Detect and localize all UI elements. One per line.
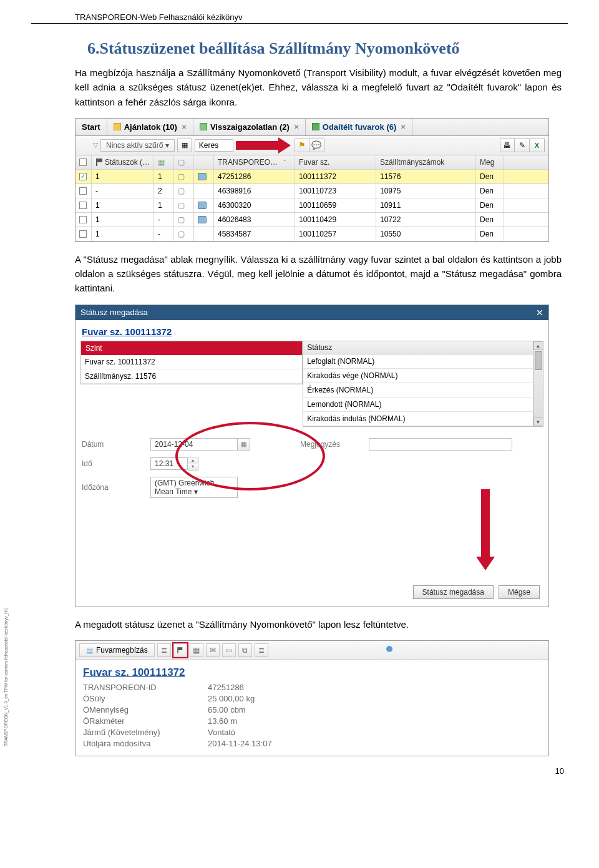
list-icon[interactable]: ≣ xyxy=(157,643,171,657)
toolbar-action-icon[interactable]: ▦ xyxy=(177,139,192,152)
close-icon[interactable]: ✕ xyxy=(294,124,299,130)
tab-ajanlatok-label: Ajánlatok (10) xyxy=(124,122,177,132)
calendar-icon[interactable]: ▦ xyxy=(238,438,250,451)
grid-view-icon[interactable]: ▦ xyxy=(190,643,203,657)
close-icon[interactable]: ✕ xyxy=(401,124,406,130)
cancel-button[interactable]: Mégse xyxy=(499,585,540,599)
status-row[interactable]: Érkezés (NORMAL) xyxy=(303,383,543,397)
time-spinner[interactable]: ▴▾ xyxy=(188,457,198,471)
tab-start[interactable]: Start xyxy=(75,119,107,135)
table-row[interactable]: -2▢4639891610011072310975Den xyxy=(75,184,548,198)
detail-key: Utoljára módosítva xyxy=(83,739,208,748)
tz-select[interactable]: (GMT) Greenwich Mean Time ▾ xyxy=(150,477,238,498)
view-tab-label: Fuvarmegbízás xyxy=(96,646,148,655)
paragraph-1: Ha megbízója használja a Szállítmány Nyo… xyxy=(31,66,568,109)
detail-key: ÖRakméter xyxy=(83,716,208,726)
detail-key: ÖMennyiség xyxy=(83,705,208,714)
view-tab-fuvarmegbizas[interactable]: ▤ Fuvarmegbízás xyxy=(79,643,155,657)
cell-transporeon: 47251286 xyxy=(214,170,295,183)
cell-print xyxy=(194,184,214,198)
cell-c2: - xyxy=(154,213,174,227)
tab-start-label: Start xyxy=(82,122,100,132)
scrollbar[interactable]: ▴ ▾ xyxy=(533,341,543,426)
cell-status: 1 xyxy=(92,170,154,183)
date-label: Dátum xyxy=(82,440,150,449)
toolbar: ▽ Nincs aktív szűrő ▾ ▦ Keres ⚑ 💬 🖶 ✎ X xyxy=(75,136,548,155)
excel-icon[interactable]: X xyxy=(530,139,545,152)
detail-value: 25 000,00 kg xyxy=(208,694,370,703)
print-icon[interactable]: 🖶 xyxy=(500,139,515,152)
status-row[interactable]: Lemondott (NORMAL) xyxy=(303,397,543,412)
mail-icon[interactable]: ✉ xyxy=(206,643,220,657)
scroll-up-icon[interactable]: ▴ xyxy=(533,341,543,350)
unconfirmed-icon xyxy=(200,123,207,130)
search-input[interactable]: Keres xyxy=(195,139,233,152)
submit-status-button[interactable]: Státusz megadása xyxy=(413,585,494,599)
cell-status: - xyxy=(92,184,154,198)
date-input[interactable]: 2014-12-04 xyxy=(150,438,238,451)
row-checkbox[interactable] xyxy=(79,216,87,223)
copy-icon[interactable]: ⧉ xyxy=(238,643,252,657)
scroll-down-icon[interactable]: ▾ xyxy=(533,417,543,426)
cell-print xyxy=(194,198,214,212)
row-checkbox[interactable] xyxy=(79,187,87,195)
status-row[interactable]: Kirakodás indulás (NORMAL) xyxy=(303,412,543,426)
cell-transporeon: 46398916 xyxy=(214,184,295,198)
row-checkbox[interactable] xyxy=(79,202,87,209)
assigned-icon xyxy=(312,123,319,130)
flag-view-icon[interactable] xyxy=(173,643,187,657)
table-row[interactable]: 11▢4725128610011137211576Den xyxy=(75,170,548,184)
dialog-title-text: Státusz megadása xyxy=(80,308,148,317)
printer-icon xyxy=(198,173,207,180)
time-label: Idő xyxy=(82,459,150,468)
section-heading: 6.Státuszüzenet beállítása Szállítmány N… xyxy=(31,39,568,58)
tz-label: Időzóna xyxy=(82,483,150,492)
filter-dropdown[interactable]: Nincs aktív szűrő ▾ xyxy=(100,139,175,152)
row-checkbox[interactable] xyxy=(79,230,87,238)
stack-icon[interactable]: ≣ xyxy=(255,643,268,657)
row-checkbox[interactable] xyxy=(79,173,87,180)
comment-input[interactable] xyxy=(369,438,512,451)
doc2-icon[interactable]: ▭ xyxy=(222,643,236,657)
view-tabs: ▤ Fuvarmegbízás ≣ ▦ ✉ ▭ ⧉ ≣ xyxy=(75,641,548,660)
detail-key: Jármű (Követelmény) xyxy=(83,728,208,737)
fuvar-link[interactable]: Fuvar sz. 100111372 xyxy=(75,320,548,341)
chat-icon[interactable]: 💬 xyxy=(309,139,324,152)
tab-visszaigazolatlan[interactable]: Visszaigazolatlan (2) ✕ xyxy=(193,119,306,135)
status-row[interactable]: Lefoglalt (NORMAL) xyxy=(303,354,543,369)
dialog-close-icon[interactable]: ✕ xyxy=(536,308,543,318)
status-header: Státusz xyxy=(303,341,543,354)
cell-fuvar: 100110429 xyxy=(295,213,376,227)
flag-yellow-icon[interactable]: ⚑ xyxy=(295,139,309,152)
table-row[interactable]: 1-▢4583458710011025710550Den xyxy=(75,227,548,241)
table-row[interactable]: 1-▢4602648310011042910722Den xyxy=(75,213,548,227)
szint-panel: Szint Fuvar sz. 100111372Szállítmánysz. … xyxy=(80,341,303,384)
close-icon[interactable]: ✕ xyxy=(182,124,187,130)
printer-icon xyxy=(198,202,207,209)
flag-icon xyxy=(95,158,99,166)
cell-szallit: 10975 xyxy=(376,184,476,198)
col-meg: Meg xyxy=(476,155,504,169)
col-szallit: Szállítmányszámok xyxy=(376,155,476,169)
szint-row[interactable]: Fuvar sz. 100111372 xyxy=(81,355,302,369)
cell-transporeon: 45834587 xyxy=(214,227,295,241)
screenshot-details-panel: ▤ Fuvarmegbízás ≣ ▦ ✉ ▭ ⧉ ≣ Fuvar sz. 10… xyxy=(75,640,549,756)
edit-icon[interactable]: ✎ xyxy=(515,139,530,152)
cell-icon: ▢ xyxy=(174,198,194,212)
checkbox-all[interactable] xyxy=(79,158,87,166)
detail-heading[interactable]: Fuvar sz. 100111372 xyxy=(75,660,548,683)
cell-status: 1 xyxy=(92,227,154,241)
table-row[interactable]: 11▢4630032010011065910911Den xyxy=(75,198,548,213)
tab-ajanlatok[interactable]: Ajánlatok (10) ✕ xyxy=(107,119,193,135)
detail-value: 2014-11-24 13:07 xyxy=(208,739,370,748)
scroll-thumb[interactable] xyxy=(535,351,542,370)
comment-label: Megjegyzés xyxy=(300,440,369,449)
doc-icon: ▤ xyxy=(86,646,93,655)
tab-odaitelt[interactable]: Odaítélt fuvarok (6) ✕ xyxy=(306,119,412,135)
status-row[interactable]: Kirakodás vége (NORMAL) xyxy=(303,369,543,383)
time-input[interactable]: 12:31 xyxy=(150,457,188,470)
status-form: Dátum 2014-12-04 ▦ Megjegyzés Idő 12:31 … xyxy=(75,427,548,504)
cell-icon: ▢ xyxy=(174,184,194,198)
szint-row[interactable]: Szállítmánysz. 11576 xyxy=(81,369,302,384)
cell-transporeon: 46026483 xyxy=(214,213,295,227)
